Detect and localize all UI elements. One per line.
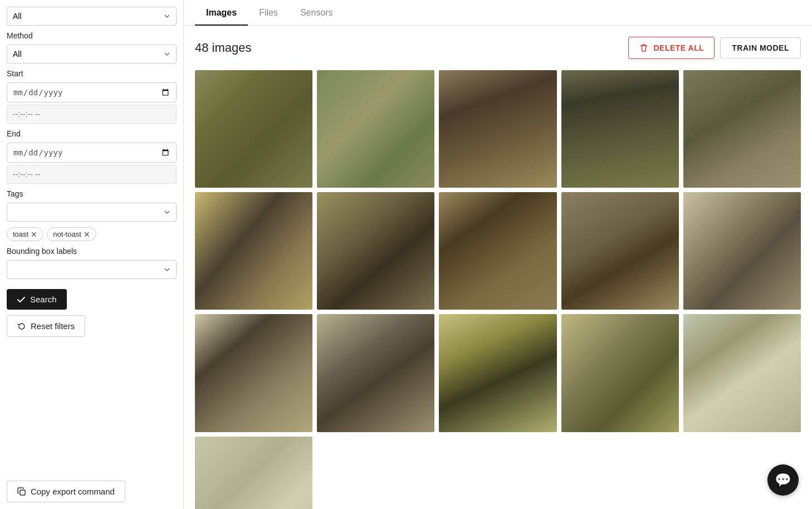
image-cell-13[interactable]	[439, 314, 556, 432]
train-model-button[interactable]: TRAIN MODEL	[720, 37, 801, 58]
copy-export-command-button[interactable]: Copy export command	[7, 481, 125, 502]
tags-container: toast ✕ not-toast ✕	[7, 227, 177, 241]
tag-chip-close-not-toast[interactable]: ✕	[84, 231, 90, 238]
image-grid	[195, 70, 801, 509]
image-cell-10[interactable]	[683, 192, 801, 310]
tags-label: Tags	[7, 189, 177, 198]
reset-icon	[17, 322, 26, 331]
image-cell-1[interactable]	[195, 70, 312, 188]
image-cell-16[interactable]	[195, 437, 312, 509]
check-icon	[17, 295, 26, 304]
tab-images[interactable]: Images	[195, 0, 248, 26]
tags-select[interactable]	[7, 203, 177, 222]
header-buttons: DELETE ALL TRAIN MODEL	[628, 37, 801, 59]
tab-sensors[interactable]: Sensors	[289, 0, 344, 26]
chat-bubble[interactable]: 💬	[767, 464, 799, 496]
tab-files[interactable]: Files	[248, 0, 289, 26]
filter-section-type: All	[7, 7, 177, 26]
content-area: 48 images DELETE ALL TRAIN MODEL	[184, 26, 812, 509]
copy-icon	[17, 487, 26, 496]
bbox-select[interactable]	[7, 260, 177, 279]
content-header: 48 images DELETE ALL TRAIN MODEL	[195, 37, 801, 59]
image-cell-4[interactable]	[561, 70, 679, 188]
image-cell-5[interactable]	[683, 70, 801, 188]
bbox-label: Bounding box labels	[7, 247, 177, 256]
tabs-nav: Images Files Sensors	[184, 0, 812, 26]
start-time-input[interactable]	[7, 105, 177, 124]
reset-filters-button[interactable]: Reset filters	[7, 315, 85, 337]
search-button[interactable]: Search	[7, 289, 67, 310]
tag-chip-label: not-toast	[53, 230, 81, 238]
delete-all-button[interactable]: DELETE ALL	[628, 37, 715, 59]
image-cell-15[interactable]	[683, 314, 801, 432]
image-count: 48 images	[195, 41, 252, 55]
chat-bubble-icon: 💬	[775, 472, 791, 488]
image-cell-12[interactable]	[317, 314, 434, 432]
filter-section-method: Method All	[7, 31, 177, 63]
end-date-input[interactable]	[7, 143, 177, 163]
image-cell-6[interactable]	[195, 192, 312, 310]
trash-icon	[639, 43, 649, 53]
start-date-input[interactable]	[7, 82, 177, 102]
type-select[interactable]: All	[7, 7, 177, 26]
image-cell-9[interactable]	[561, 192, 679, 310]
filter-section-bbox: Bounding box labels	[7, 247, 177, 279]
image-cell-8[interactable]	[439, 192, 556, 310]
filter-section-tags: Tags toast ✕ not-toast ✕	[7, 189, 177, 241]
end-time-input[interactable]	[7, 165, 177, 184]
tag-chip-label: toast	[13, 230, 28, 238]
filter-section-start: Start	[7, 69, 177, 124]
end-label: End	[7, 129, 177, 138]
filter-section-end: End	[7, 129, 177, 184]
image-cell-14[interactable]	[561, 314, 679, 432]
main-content: Images Files Sensors 48 images DELETE AL…	[184, 0, 812, 509]
image-cell-3[interactable]	[439, 70, 556, 188]
tag-chip-not-toast: not-toast ✕	[47, 227, 96, 241]
sidebar: All Method All Start End Tags toast ✕	[0, 0, 184, 509]
method-label: Method	[7, 31, 177, 40]
sidebar-actions: Search Reset filters Copy export command	[7, 289, 177, 502]
image-cell-11[interactable]	[195, 314, 312, 432]
method-select[interactable]: All	[7, 45, 177, 63]
image-cell-7[interactable]	[317, 192, 434, 310]
start-label: Start	[7, 69, 177, 78]
svg-rect-0	[20, 490, 25, 495]
tag-chip-toast: toast ✕	[7, 227, 43, 241]
tag-chip-close-toast[interactable]: ✕	[31, 231, 37, 238]
image-cell-2[interactable]	[317, 70, 434, 188]
